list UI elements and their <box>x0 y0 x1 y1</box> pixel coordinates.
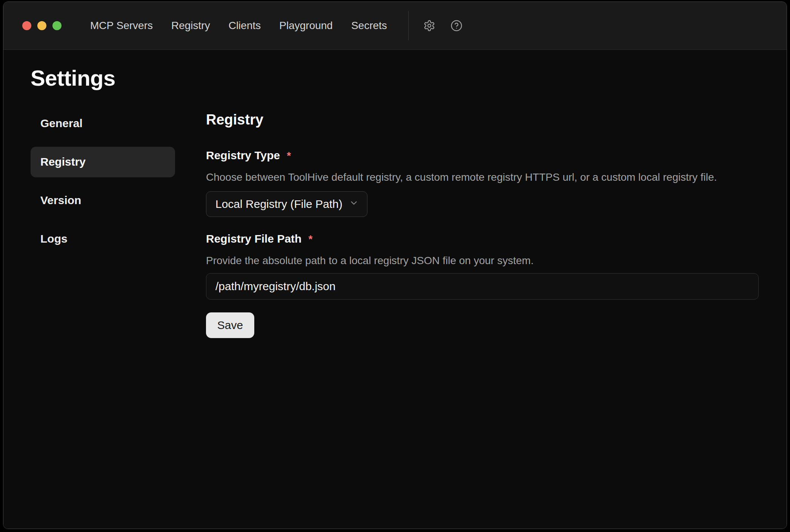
nav-item-playground[interactable]: Playground <box>279 20 333 31</box>
registry-type-selected-value: Local Registry (File Path) <box>215 198 343 211</box>
window-titlebar: MCP Servers Registry Clients Playground … <box>3 2 787 50</box>
required-asterisk: * <box>287 149 291 162</box>
main-nav: MCP Servers Registry Clients Playground … <box>90 20 387 31</box>
app-window: MCP Servers Registry Clients Playground … <box>3 2 787 529</box>
settings-sidebar: General Registry Version Logs <box>31 108 175 338</box>
gear-icon <box>423 20 435 32</box>
minimize-window-button[interactable] <box>37 21 46 30</box>
sidebar-item-logs[interactable]: Logs <box>31 224 175 254</box>
help-button[interactable] <box>450 19 463 32</box>
sidebar-item-version[interactable]: Version <box>31 185 175 216</box>
sidebar-item-registry[interactable]: Registry <box>31 147 175 177</box>
chevron-down-icon <box>349 198 359 211</box>
registry-file-path-description: Provide the absolute path to a local reg… <box>206 254 759 267</box>
topbar-divider <box>408 11 409 40</box>
registry-type-description: Choose between ToolHive default registry… <box>206 171 759 184</box>
registry-file-path-input[interactable] <box>206 273 759 300</box>
zoom-window-button[interactable] <box>52 21 61 30</box>
nav-item-registry[interactable]: Registry <box>171 20 210 31</box>
registry-type-label: Registry Type <box>206 149 280 162</box>
nav-item-mcp-servers[interactable]: MCP Servers <box>90 20 153 31</box>
help-icon <box>450 20 463 32</box>
close-window-button[interactable] <box>22 21 31 30</box>
required-asterisk: * <box>308 233 312 246</box>
section-heading: Registry <box>206 111 759 129</box>
settings-gear-button[interactable] <box>423 19 436 32</box>
save-button[interactable]: Save <box>206 312 254 338</box>
page-title: Settings <box>31 66 759 91</box>
sidebar-item-general[interactable]: General <box>31 108 175 139</box>
traffic-lights <box>22 21 61 30</box>
registry-file-path-label: Registry File Path <box>206 232 301 246</box>
settings-page: Settings General Registry Version Logs R… <box>3 50 787 529</box>
registry-type-select[interactable]: Local Registry (File Path) <box>206 191 367 217</box>
registry-settings-panel: Registry Registry Type * Choose between … <box>206 108 759 338</box>
nav-item-clients[interactable]: Clients <box>229 20 261 31</box>
nav-item-secrets[interactable]: Secrets <box>351 20 387 31</box>
